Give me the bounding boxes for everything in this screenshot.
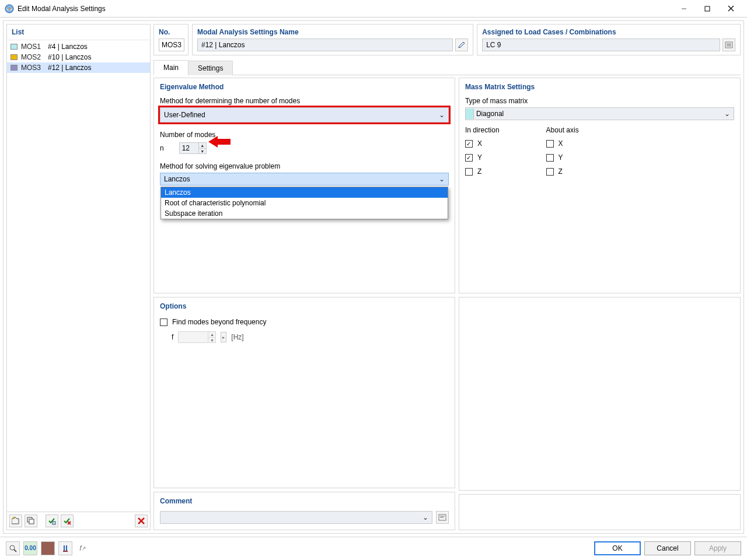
color-button[interactable] <box>41 541 55 555</box>
list-header: List <box>7 24 150 40</box>
list-item-label: #12 | Lanczos <box>48 64 92 72</box>
chevron-down-icon: ⌄ <box>423 513 428 522</box>
apply-button[interactable]: Apply <box>694 541 741 555</box>
top-fields: No. Modal Analysis Settings Name Assigne… <box>153 24 741 55</box>
help-button[interactable] <box>6 541 20 555</box>
function-button[interactable]: f↗ <box>76 541 90 555</box>
tab-main[interactable]: Main <box>153 60 189 75</box>
method-value: User-Defined <box>164 111 205 119</box>
list-item-label: #10 | Lanczos <box>48 53 92 61</box>
check-include-button[interactable] <box>46 514 58 527</box>
axis-heading: About axis <box>546 126 579 134</box>
list-item[interactable]: MOS2 #10 | Lanczos <box>7 52 150 62</box>
axis-z-checkbox[interactable] <box>546 168 554 176</box>
check-exclude-button[interactable] <box>61 514 74 527</box>
find-modes-checkbox[interactable] <box>160 318 167 326</box>
copy-item-button[interactable] <box>25 514 37 527</box>
freq-unit: [Hz] <box>231 333 243 341</box>
eigenvalue-group-title: Eigenvalue Method <box>160 83 449 91</box>
ok-button[interactable]: OK <box>594 541 641 555</box>
mass-type-label: Type of mass matrix <box>465 97 734 105</box>
notes-icon <box>438 514 446 521</box>
units-button[interactable]: 0.00 <box>23 541 37 555</box>
assigned-details-button[interactable] <box>722 38 735 51</box>
dir-z-label: Z <box>477 167 481 176</box>
mass-axis-column: About axis X Y Z <box>546 126 579 180</box>
model-show-button[interactable] <box>58 541 72 555</box>
new-item-button[interactable] <box>9 514 22 527</box>
eigenvalue-method-group: Eigenvalue Method Method for determining… <box>153 78 455 293</box>
main-right-column: Mass Matrix Settings Type of mass matrix… <box>459 78 741 530</box>
mass-group-title: Mass Matrix Settings <box>465 83 734 91</box>
axis-x-checkbox[interactable] <box>546 140 554 148</box>
spinner-up[interactable]: ▲ <box>208 332 215 337</box>
spinner-up[interactable]: ▲ <box>199 143 206 148</box>
axis-x-label: X <box>558 139 563 148</box>
method-combo[interactable]: User-Defined ⌄ <box>160 107 449 123</box>
dir-x-checkbox[interactable]: ✓ <box>465 140 473 148</box>
svg-line-22 <box>14 550 16 552</box>
no-input[interactable] <box>159 38 184 51</box>
num-modes-label: Number of modes <box>160 131 449 139</box>
pencil-icon <box>458 41 466 49</box>
units-icon: 0.00 <box>25 545 36 551</box>
delete-item-button[interactable] <box>135 514 148 527</box>
bar-model-icon <box>61 544 69 552</box>
freq-input[interactable] <box>179 332 208 342</box>
mass-type-color <box>466 108 474 119</box>
list-body: MOS1 #4 | Lanczos MOS2 #10 | Lanczos MOS… <box>7 40 150 512</box>
mass-matrix-group: Mass Matrix Settings Type of mass matrix… <box>459 78 741 293</box>
solve-option[interactable]: Root of characteristic polynomial <box>161 198 448 208</box>
freq-picker-button[interactable]: ▸ <box>221 332 226 342</box>
solve-option[interactable]: Subspace iteration <box>161 208 448 219</box>
search-icon <box>9 544 17 552</box>
list-toolbar <box>7 512 150 530</box>
list-icon <box>725 41 733 48</box>
tab-settings[interactable]: Settings <box>188 61 233 75</box>
dir-y-label: Y <box>477 153 482 162</box>
minimize-button[interactable] <box>672 1 696 17</box>
close-button[interactable] <box>719 1 742 17</box>
tabs: Main Settings <box>153 60 741 75</box>
list-item-code: MOS1 <box>21 43 44 51</box>
comment-group-title: Comment <box>160 497 449 505</box>
axis-y-checkbox[interactable] <box>546 154 554 162</box>
window-titlebar: Edit Modal Analysis Settings <box>0 0 747 18</box>
freq-spinner[interactable]: ▲ ▼ <box>178 331 216 343</box>
name-input[interactable] <box>197 38 453 51</box>
dir-z-checkbox[interactable] <box>465 168 473 176</box>
assigned-label: Assigned to Load Cases / Combinations <box>482 28 735 36</box>
chevron-down-icon: ⌄ <box>724 110 730 118</box>
comment-combo[interactable]: ⌄ <box>160 511 432 524</box>
list-item[interactable]: MOS1 #4 | Lanczos <box>7 41 150 52</box>
list-color-swatch <box>11 54 18 60</box>
app-icon <box>5 4 14 13</box>
svg-rect-8 <box>53 522 55 524</box>
solve-combo[interactable]: Lanczos ⌄ Lanczos Root of characteristic… <box>160 173 449 186</box>
main-left-column: Eigenvalue Method Method for determining… <box>153 78 455 530</box>
solve-label: Method for solving eigenvalue problem <box>160 162 449 170</box>
mass-type-value: Diagonal <box>476 110 504 118</box>
svg-marker-5 <box>12 517 19 524</box>
list-item-code: MOS2 <box>21 53 44 61</box>
edit-name-button[interactable] <box>455 38 468 51</box>
assigned-field-block: Assigned to Load Cases / Combinations <box>477 24 741 55</box>
num-modes-symbol: n <box>160 144 164 152</box>
maximize-button[interactable] <box>696 1 719 17</box>
svg-rect-7 <box>29 519 34 524</box>
assigned-input[interactable] <box>482 38 720 51</box>
cancel-button[interactable]: Cancel <box>644 541 691 555</box>
workarea: List MOS1 #4 | Lanczos MOS2 #10 | Lanczo… <box>3 20 744 534</box>
list-pane: List MOS1 #4 | Lanczos MOS2 #10 | Lanczo… <box>6 24 151 530</box>
spinner-down[interactable]: ▼ <box>199 148 206 153</box>
freq-symbol: f <box>172 333 173 341</box>
num-modes-spinner[interactable]: ▲ ▼ <box>179 142 207 154</box>
list-item[interactable]: MOS3 #12 | Lanczos <box>7 62 150 73</box>
chevron-down-icon: ⌄ <box>439 175 445 183</box>
solve-option[interactable]: Lanczos <box>161 187 448 198</box>
mass-type-combo[interactable]: Diagonal ⌄ <box>465 107 734 120</box>
spinner-down[interactable]: ▼ <box>208 337 215 342</box>
comment-library-button[interactable] <box>436 511 449 524</box>
num-modes-input[interactable] <box>180 143 198 153</box>
dir-y-checkbox[interactable]: ✓ <box>465 154 473 162</box>
